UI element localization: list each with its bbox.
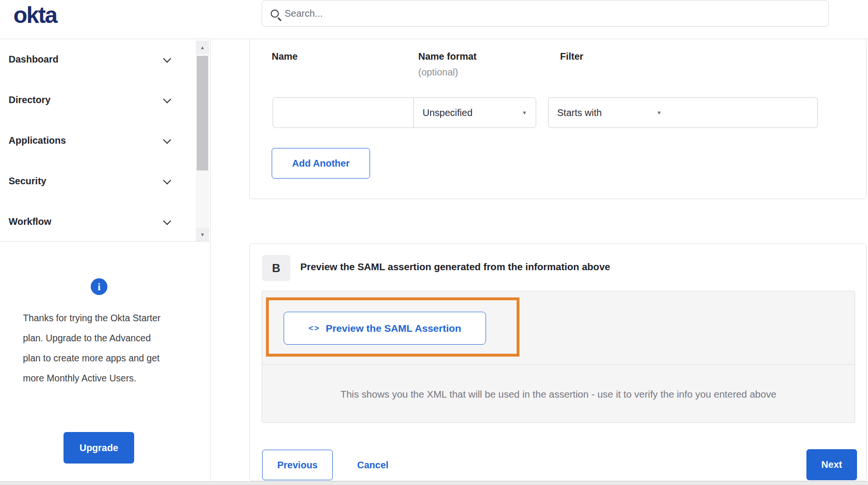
section-b-heading: Preview the SAML assertion generated fro… bbox=[300, 261, 610, 273]
name-format-optional-label: (optional) bbox=[418, 67, 458, 78]
next-button[interactable]: Next bbox=[806, 449, 857, 480]
sidebar-nav-bottom-border bbox=[0, 241, 210, 242]
scroll-up-button[interactable]: ▲ bbox=[196, 41, 209, 54]
global-search[interactable] bbox=[262, 0, 829, 27]
name-input[interactable] bbox=[273, 97, 414, 128]
scrollbar-thumb[interactable] bbox=[197, 56, 208, 170]
sidebar-item-label: Security bbox=[9, 176, 46, 187]
dropdown-arrow-icon: ▼ bbox=[522, 110, 527, 116]
preview-button-area: <> Preview the SAML Assertion bbox=[262, 291, 855, 365]
filter-value-input[interactable] bbox=[670, 97, 818, 128]
sidebar-item-label: Workflow bbox=[9, 216, 52, 227]
sidebar-item-security[interactable]: Security bbox=[0, 161, 196, 201]
preview-description: This shows you the XML that will be used… bbox=[262, 365, 855, 423]
scroll-down-button[interactable]: ▼ bbox=[196, 228, 209, 241]
search-icon bbox=[271, 10, 279, 18]
sidebar-item-applications[interactable]: Applications bbox=[0, 120, 196, 161]
preview-panel: <> Preview the SAML Assertion This shows… bbox=[262, 291, 855, 423]
sidebar-nav: Dashboard Directory Applications Securit… bbox=[0, 39, 196, 242]
preview-saml-assertion-button[interactable]: <> Preview the SAML Assertion bbox=[284, 312, 486, 345]
name-format-selected-value: Unspecified bbox=[423, 107, 473, 118]
attribute-statement-card: Name Name format (optional) Filter Unspe… bbox=[249, 39, 867, 199]
previous-button[interactable]: Previous bbox=[262, 450, 333, 480]
upsell-text: Thanks for trying the Okta Starter plan.… bbox=[23, 308, 162, 388]
sidebar-item-label: Dashboard bbox=[9, 54, 58, 65]
name-label: Name bbox=[272, 51, 297, 62]
name-format-label: Name format bbox=[418, 51, 476, 62]
sidebar-item-label: Applications bbox=[9, 135, 66, 146]
chevron-down-icon bbox=[164, 136, 171, 143]
sidebar-scrollbar: ▲ ▼ bbox=[196, 41, 209, 241]
dropdown-arrow-icon: ▼ bbox=[656, 110, 662, 116]
info-icon: i bbox=[91, 278, 107, 295]
sidebar-divider bbox=[210, 39, 211, 481]
chevron-down-icon bbox=[164, 217, 171, 224]
add-another-button[interactable]: Add Another bbox=[272, 148, 370, 179]
name-format-select[interactable]: Unspecified ▼ bbox=[413, 97, 536, 128]
page-bottom-edge bbox=[0, 481, 868, 485]
sidebar-item-directory[interactable]: Directory bbox=[0, 80, 196, 120]
search-input[interactable] bbox=[285, 8, 828, 19]
step-b-badge: B bbox=[262, 255, 290, 281]
filter-label: Filter bbox=[560, 51, 583, 62]
filter-type-selected-value: Starts with bbox=[557, 107, 602, 118]
code-brackets-icon: <> bbox=[308, 324, 320, 333]
sidebar-item-workflow[interactable]: Workflow bbox=[0, 201, 196, 242]
preview-saml-card: B Preview the SAML assertion generated f… bbox=[249, 243, 867, 481]
upgrade-button[interactable]: Upgrade bbox=[64, 432, 134, 464]
sidebar-item-label: Directory bbox=[9, 95, 51, 105]
filter-type-select[interactable]: Starts with ▼ bbox=[548, 97, 671, 128]
sidebar-item-dashboard[interactable]: Dashboard bbox=[0, 39, 196, 80]
chevron-down-icon bbox=[164, 95, 171, 102]
chevron-down-icon bbox=[164, 55, 171, 62]
preview-saml-button-label: Preview the SAML Assertion bbox=[326, 323, 461, 334]
okta-logo: okta bbox=[13, 2, 57, 28]
chevron-down-icon bbox=[164, 177, 171, 183]
cancel-button[interactable]: Cancel bbox=[350, 450, 396, 480]
